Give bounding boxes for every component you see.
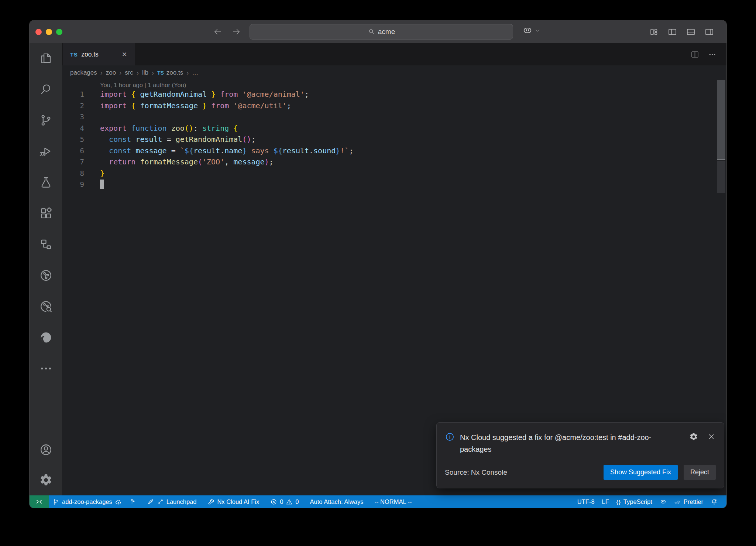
statusbar-nx-cloud-ai-fix[interactable]: Nx Cloud AI Fix — [204, 495, 263, 508]
statusbar-problems[interactable]: 0 0 — [267, 495, 302, 508]
breadcrumb-item-src[interactable]: src — [125, 69, 133, 76]
line-content: } — [100, 168, 104, 179]
activity-item-run-and-debug[interactable] — [38, 144, 53, 158]
error-icon — [270, 498, 277, 505]
breadcrumb-item-file[interactable]: TSzoo.ts — [157, 69, 183, 76]
warning-icon — [286, 498, 293, 505]
statusbar-launchpad[interactable]: Launchpad — [144, 495, 200, 508]
vscode-window: acme TS zoo.ts ✕ — [30, 20, 726, 508]
chevron-right-icon: › — [137, 69, 139, 77]
chevron-right-icon: › — [100, 69, 103, 77]
notification-toast: Nx Cloud suggested a fix for @acme/zoo:t… — [436, 422, 724, 488]
reject-button[interactable]: Reject — [684, 465, 716, 480]
typescript-file-icon: TS — [157, 70, 164, 76]
cloud-upload-icon — [115, 498, 122, 505]
close-window-button[interactable] — [35, 29, 42, 35]
maximize-window-button[interactable] — [56, 29, 62, 35]
statusbar-git-graph[interactable] — [126, 495, 140, 508]
code-line-6: 6 const message = `${result.name} says $… — [62, 145, 726, 157]
activity-item-nx-console[interactable] — [38, 268, 53, 283]
statusbar-notifications[interactable] — [707, 495, 721, 508]
activity-item-edge-browser[interactable] — [38, 330, 53, 345]
rocket-icon — [147, 498, 154, 505]
breadcrumb-item-lib[interactable]: lib — [142, 69, 148, 76]
nx-console-search-icon — [39, 300, 53, 313]
scrollbar-thumb[interactable] — [717, 80, 725, 159]
activity-item-testing[interactable] — [38, 175, 53, 190]
nav-forward-button[interactable] — [230, 25, 243, 38]
activity-item-account[interactable] — [38, 442, 53, 457]
git-blame-annotation: You, 1 hour ago | 1 author (You) — [62, 80, 726, 89]
line-content: return formatMessage('ZOO', message); — [100, 156, 274, 168]
line-number: 9 — [62, 179, 84, 190]
activity-item-project-hierarchy[interactable] — [38, 237, 53, 252]
explorer-icon — [39, 51, 53, 65]
toggle-panel-button[interactable] — [684, 25, 697, 38]
statusbar-eol[interactable]: LF — [598, 495, 613, 508]
edge-browser-icon — [39, 331, 53, 344]
line-number: 8 — [62, 168, 84, 179]
nx-console-icon — [39, 269, 53, 282]
code-line-4: 4export function zoo(): string { — [62, 123, 726, 134]
activity-item-more-views[interactable] — [38, 361, 53, 376]
arrow-right-icon — [231, 27, 241, 37]
nav-back-button[interactable] — [211, 25, 224, 38]
activity-item-nx-console-search[interactable] — [38, 299, 53, 314]
code-line-5: 5 const result = getRandomAnimal(); — [62, 134, 726, 145]
activity-item-extensions[interactable] — [38, 206, 53, 221]
connect-icon — [157, 498, 164, 505]
command-center-search[interactable]: acme — [250, 24, 513, 40]
copilot-menu-button[interactable] — [522, 25, 540, 36]
line-number: 3 — [62, 111, 84, 123]
line-number: 4 — [62, 123, 84, 134]
activity-item-settings-gear[interactable] — [38, 472, 53, 487]
statusbar-auto-attach[interactable]: Auto Attach: Always — [306, 495, 367, 508]
git-branch-icon — [52, 498, 59, 505]
statusbar-branch[interactable]: add-zoo-packages — [49, 495, 126, 508]
breadcrumb-item-zoo[interactable]: zoo — [106, 69, 116, 76]
braces-icon: {} — [616, 499, 621, 505]
statusbar-vim-mode[interactable]: -- NORMAL -- — [371, 495, 415, 508]
customize-layout-button[interactable] — [647, 25, 660, 38]
tab-zoo-ts[interactable]: TS zoo.ts ✕ — [63, 43, 135, 65]
sidebar-right-icon — [704, 27, 714, 37]
search-icon — [368, 28, 375, 35]
line-number: 5 — [62, 134, 84, 145]
remote-indicator[interactable] — [30, 495, 49, 508]
activity-item-explorer[interactable] — [38, 51, 53, 65]
toggle-primary-sidebar-button[interactable] — [666, 25, 678, 38]
editor-cursor — [100, 180, 104, 189]
titlebar: acme — [30, 20, 726, 43]
statusbar-copilot[interactable] — [656, 495, 670, 508]
editor-more-actions-button[interactable] — [708, 50, 717, 59]
line-content: import { formatMessage } from '@acme/uti… — [100, 100, 291, 112]
line-content: const result = getRandomAnimal(); — [100, 134, 256, 145]
account-icon — [39, 443, 53, 457]
panel-icon — [686, 27, 696, 37]
more-views-icon — [39, 362, 53, 375]
activity-item-source-control[interactable] — [38, 113, 53, 127]
status-bar: add-zoo-packages Launchpad Nx Cloud AI F… — [30, 495, 726, 508]
activity-item-search[interactable] — [38, 82, 53, 96]
notification-close-icon[interactable] — [707, 432, 716, 441]
arrow-left-icon — [213, 27, 223, 37]
line-number: 2 — [62, 100, 84, 112]
sidebar-left-icon — [667, 27, 677, 37]
statusbar-prettier[interactable]: Prettier — [670, 495, 707, 508]
toggle-secondary-sidebar-button[interactable] — [703, 25, 715, 38]
line-content: const message = `${result.name} says ${r… — [100, 145, 353, 157]
tab-close-button[interactable]: ✕ — [120, 50, 129, 59]
statusbar-encoding[interactable]: UTF-8 — [574, 495, 598, 508]
remote-icon — [35, 498, 43, 505]
minimize-window-button[interactable] — [46, 29, 52, 35]
statusbar-language[interactable]: {} TypeScript — [613, 495, 656, 508]
notification-settings-gear-icon[interactable] — [689, 432, 698, 441]
copilot-icon — [660, 498, 667, 505]
line-content — [100, 179, 104, 190]
activity-bar — [30, 43, 62, 495]
breadcrumb-item-packages[interactable]: packages — [70, 69, 97, 76]
split-editor-button[interactable] — [690, 50, 700, 59]
show-suggested-fix-button[interactable]: Show Suggested Fix — [604, 465, 678, 480]
chevron-right-icon: › — [186, 69, 189, 77]
breadcrumb-more[interactable]: … — [192, 69, 198, 76]
